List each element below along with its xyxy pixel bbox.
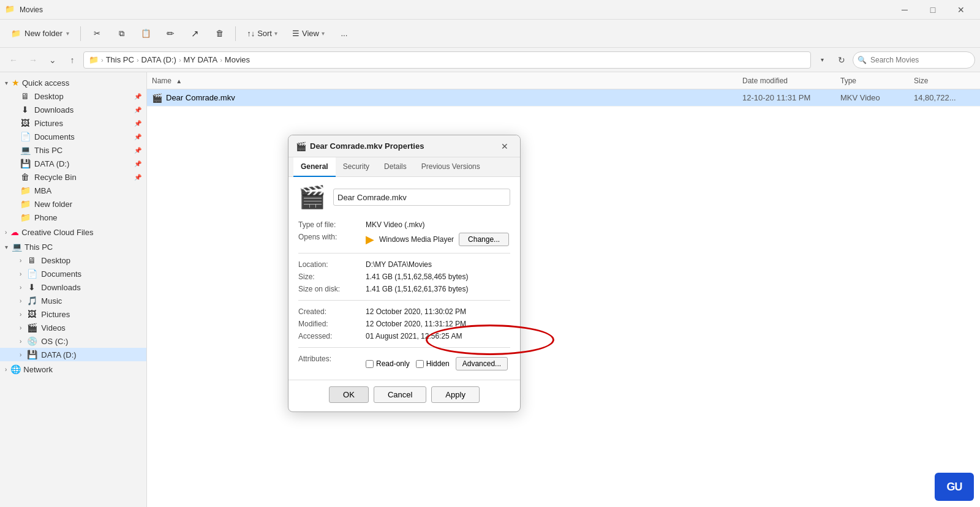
- sidebar-item-documents[interactable]: 📄 Documents 📌: [0, 130, 146, 143]
- share-button[interactable]: ↗: [184, 22, 206, 45]
- tab-security[interactable]: Security: [336, 157, 377, 177]
- sidebar-item-thispc-qa[interactable]: 💻 This PC 📌: [0, 143, 146, 157]
- sidebar-item-downloads-label: Downloads: [34, 105, 74, 115]
- change-button[interactable]: Change...: [459, 233, 509, 246]
- rename-icon: ✏: [167, 28, 175, 39]
- sort-icon: ↑↓: [247, 29, 255, 38]
- col-header-type[interactable]: Type: [840, 77, 914, 85]
- tab-previous-versions[interactable]: Previous Versions: [414, 157, 488, 177]
- sidebar-item-phone[interactable]: 📁 Phone: [0, 211, 146, 224]
- sidebar-item-pc-desktop[interactable]: › 🖥 Desktop: [0, 254, 146, 267]
- col-type-label: Type: [840, 77, 856, 85]
- network-header[interactable]: › 🌐 Network: [0, 362, 146, 376]
- pc-music-icon: 🎵: [26, 296, 37, 306]
- sidebar-item-pc-downloads-label: Downloads: [41, 283, 80, 292]
- sidebar-item-pc-music[interactable]: › 🎵 Music: [0, 294, 146, 307]
- sidebar-item-pictures[interactable]: 🖼 Pictures 📌: [0, 116, 146, 130]
- breadcrumb-movies[interactable]: Movies: [225, 55, 250, 64]
- apply-button[interactable]: Apply: [431, 386, 480, 403]
- thispc-header[interactable]: ▾ 💻 This PC: [0, 240, 146, 254]
- breadcrumb-datad[interactable]: DATA (D:): [141, 55, 176, 64]
- paste-icon: 📋: [141, 29, 151, 38]
- cancel-button[interactable]: Cancel: [374, 386, 426, 403]
- network-label: Network: [23, 365, 53, 374]
- folder-icon: 📁: [11, 29, 21, 38]
- pc-documents-icon: 📄: [26, 269, 37, 279]
- sidebar-item-datad-qa[interactable]: 💾 DATA (D:) 📌: [0, 157, 146, 170]
- creative-cloud-header[interactable]: › ☁ Creative Cloud Files: [0, 225, 146, 239]
- prop-row-modified: Modified: 12 October 2020, 11:31:12 PM: [298, 318, 510, 330]
- search-input[interactable]: [853, 51, 975, 69]
- prop-row-opens-with: Opens with: ▶ Windows Media Player Chang…: [298, 231, 510, 248]
- pc-datad-icon: 💾: [26, 350, 37, 359]
- col-header-name[interactable]: Name ▲: [152, 77, 742, 85]
- cut-button[interactable]: ✂: [86, 22, 108, 45]
- sidebar-item-pc-pictures[interactable]: › 🖼 Pictures: [0, 307, 146, 321]
- sidebar-item-mba[interactable]: 📁 MBA: [0, 184, 146, 197]
- forward-button[interactable]: →: [24, 51, 42, 69]
- rename-button[interactable]: ✏: [159, 22, 181, 45]
- sidebar-item-pc-desktop-label: Desktop: [41, 256, 70, 265]
- breadcrumb-thispc[interactable]: This PC: [106, 55, 134, 64]
- sort-button[interactable]: ↑↓ Sort ▾: [241, 22, 284, 45]
- sidebar-item-desktop[interactable]: 🖥 Desktop 📌: [0, 89, 146, 103]
- ok-button[interactable]: OK: [329, 386, 369, 403]
- quick-access-header[interactable]: ▾ ★ Quick access: [0, 76, 146, 89]
- sidebar-item-pc-osc-label: OS (C:): [41, 337, 68, 346]
- file-row-dearcomrade[interactable]: 🎬 Dear Comrade.mkv 12-10-20 11:31 PM MKV…: [147, 89, 980, 107]
- thispc-icon: 💻: [20, 145, 31, 155]
- tab-general[interactable]: General: [293, 157, 336, 177]
- newfolder-icon: 📁: [20, 199, 31, 209]
- back-button[interactable]: ←: [5, 51, 22, 69]
- phone-icon: 📁: [20, 212, 31, 222]
- view-button[interactable]: ☰ View ▾: [286, 22, 331, 45]
- advanced-button[interactable]: Advanced...: [456, 357, 508, 370]
- dropdown-path-button[interactable]: ▾: [813, 51, 831, 69]
- view-label: View: [302, 29, 319, 38]
- readonly-checkbox[interactable]: [366, 360, 374, 368]
- sidebar-item-pc-osc[interactable]: › 💿 OS (C:): [0, 334, 146, 348]
- paste-button[interactable]: 📋: [135, 22, 157, 45]
- attr-row: Read-only Hidden Advanced...: [366, 357, 508, 370]
- copy-icon: ⧉: [119, 29, 124, 39]
- hidden-check-label[interactable]: Hidden: [416, 359, 450, 368]
- file-big-icon: 🎬: [298, 184, 326, 210]
- sidebar-item-recyclebin[interactable]: 🗑 Recycle Bin 📌: [0, 170, 146, 184]
- attributes-label: Attributes:: [298, 355, 366, 363]
- copy-button[interactable]: ⧉: [110, 22, 132, 45]
- up-chevron-button[interactable]: ⌄: [44, 51, 61, 69]
- more-button[interactable]: ...: [333, 22, 355, 45]
- accessed-value: 01 August 2021, 12:56:25 AM: [366, 332, 510, 340]
- dialog-close-button[interactable]: ✕: [497, 138, 513, 154]
- new-folder-button[interactable]: 📁 New folder ▾: [5, 22, 75, 45]
- sidebar-item-newfolder[interactable]: 📁 New folder: [0, 197, 146, 211]
- tab-details[interactable]: Details: [377, 157, 414, 177]
- col-header-size[interactable]: Size: [914, 77, 975, 85]
- sidebar-item-pc-videos[interactable]: › 🎬 Videos: [0, 321, 146, 334]
- file-name-field[interactable]: [333, 189, 510, 206]
- file-date-text: 12-10-20 11:31 PM: [742, 93, 840, 102]
- refresh-button[interactable]: ↻: [833, 51, 850, 69]
- sidebar-item-pc-documents[interactable]: › 📄 Documents: [0, 267, 146, 280]
- minimize-button[interactable]: ─: [891, 0, 919, 20]
- sort-chevron-icon: ▾: [274, 30, 277, 37]
- quick-access-label: Quick access: [22, 78, 69, 88]
- sidebar-item-pc-videos-label: Videos: [41, 323, 66, 332]
- close-button[interactable]: ✕: [947, 0, 975, 20]
- sidebar-item-pc-downloads[interactable]: › ⬇ Downloads: [0, 280, 146, 294]
- sizeondisk-label: Size on disk:: [298, 285, 366, 293]
- sidebar-item-pc-music-label: Music: [41, 296, 62, 306]
- sidebar-item-pc-datad[interactable]: › 💾 DATA (D:): [0, 348, 146, 361]
- sidebar-item-downloads[interactable]: ⬇ Downloads 📌: [0, 103, 146, 116]
- col-header-date[interactable]: Date modified: [742, 77, 840, 85]
- up-button[interactable]: ↑: [64, 51, 81, 69]
- hidden-checkbox[interactable]: [416, 360, 424, 368]
- maximize-button[interactable]: □: [919, 0, 947, 20]
- col-name-label: Name: [152, 77, 172, 85]
- pc-videos-expand-icon: ›: [20, 325, 21, 331]
- breadcrumb-home-icon: 📁: [89, 55, 99, 64]
- readonly-check-label[interactable]: Read-only: [366, 359, 410, 368]
- delete-button[interactable]: 🗑: [208, 22, 230, 45]
- modified-label: Modified:: [298, 320, 366, 328]
- breadcrumb-mydata[interactable]: MY DATA: [184, 55, 218, 64]
